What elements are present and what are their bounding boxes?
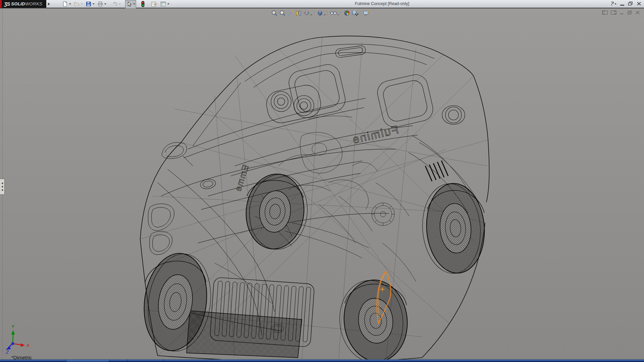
window-controls: ? bbox=[610, 0, 641, 8]
solidworks-window: ƷS SOLIDWORKS bbox=[0, 0, 644, 362]
z-axis-label: Z bbox=[6, 350, 9, 354]
chevron-down-icon[interactable] bbox=[104, 3, 106, 5]
select-button[interactable] bbox=[125, 0, 136, 8]
taskbar-separator bbox=[66, 360, 66, 362]
previous-view-button[interactable] bbox=[286, 9, 294, 17]
new-document-button[interactable] bbox=[61, 0, 72, 8]
close-document-button[interactable] bbox=[635, 10, 640, 16]
section-view-button[interactable] bbox=[294, 9, 303, 17]
minimize-document-icon bbox=[620, 10, 624, 15]
print-button[interactable] bbox=[96, 0, 107, 8]
x-axis-label: X bbox=[26, 343, 30, 348]
zoom-to-area-icon bbox=[279, 10, 286, 16]
undo-button[interactable] bbox=[111, 0, 122, 8]
restore-document-icon bbox=[627, 10, 632, 15]
edit-appearance-button[interactable] bbox=[343, 9, 351, 17]
rebuild-traffic-light-icon bbox=[141, 1, 145, 7]
wheel-rear-right bbox=[420, 181, 487, 275]
headsup-view-toolbar bbox=[270, 9, 370, 17]
zoom-to-fit-icon bbox=[271, 10, 278, 16]
model-badge-emme: Emme bbox=[232, 164, 251, 193]
graphics-viewport[interactable]: Fulmine Emme bbox=[0, 8, 644, 360]
zoom-to-fit-button[interactable] bbox=[270, 9, 278, 17]
close-button[interactable] bbox=[637, 1, 641, 7]
chevron-left-icon bbox=[1, 186, 3, 188]
section-view-icon bbox=[295, 10, 302, 16]
minimize-document-button[interactable] bbox=[620, 10, 624, 16]
chevron-down-icon[interactable] bbox=[324, 14, 326, 15]
featuremanager-pane-left-button[interactable] bbox=[602, 10, 608, 16]
chevron-down-icon[interactable] bbox=[69, 3, 71, 5]
taskbar-highlight bbox=[66, 360, 109, 362]
view-orientation-icon bbox=[303, 10, 310, 16]
model-badge-fulmine: Fulmine bbox=[351, 123, 400, 146]
view-settings-icon bbox=[363, 10, 370, 16]
options-icon bbox=[160, 1, 166, 7]
chevron-left-icon bbox=[1, 189, 3, 191]
file-properties-icon bbox=[151, 1, 157, 7]
chevron-down-icon[interactable] bbox=[93, 3, 95, 5]
document-window-controls bbox=[602, 10, 640, 16]
chevron-down-icon[interactable] bbox=[167, 3, 169, 5]
hide-show-items-icon bbox=[330, 10, 337, 16]
featuremanager-pane-right-button[interactable] bbox=[611, 10, 616, 16]
toolbar-separator bbox=[314, 11, 315, 16]
featuremanager-pane-left-icon bbox=[602, 10, 608, 15]
chevron-down-icon bbox=[119, 3, 121, 5]
solidworks-logo-works: WORKS bbox=[25, 1, 42, 6]
restore-document-button[interactable] bbox=[627, 10, 632, 16]
toolbar-separator bbox=[328, 11, 328, 16]
undo-icon bbox=[112, 1, 118, 7]
help-icon: ? bbox=[610, 1, 613, 6]
display-style-icon bbox=[317, 10, 323, 16]
toolbar-separator bbox=[360, 11, 361, 16]
y-axis-arrow bbox=[11, 330, 15, 335]
taskbar-separator bbox=[109, 360, 109, 362]
hide-show-items-button[interactable] bbox=[329, 9, 337, 17]
wheels bbox=[138, 171, 488, 360]
apply-scene-icon bbox=[352, 10, 359, 16]
close-icon bbox=[637, 2, 641, 6]
featuremanager-collapsed-tab[interactable] bbox=[0, 179, 5, 195]
open-button[interactable] bbox=[73, 0, 84, 8]
view-settings-button[interactable] bbox=[362, 9, 370, 17]
open-icon bbox=[74, 1, 80, 7]
help-button[interactable]: ? bbox=[610, 1, 616, 6]
restore-button[interactable] bbox=[628, 1, 633, 7]
rear-deck-details bbox=[264, 45, 465, 181]
standard-toolbar bbox=[61, 0, 171, 8]
options-button[interactable] bbox=[159, 0, 170, 8]
minimize-button[interactable] bbox=[620, 2, 624, 6]
chevron-down-icon bbox=[81, 3, 83, 5]
featuremanager-pane-right-icon bbox=[611, 10, 616, 15]
wheel-rear-left bbox=[243, 171, 311, 252]
menu-expand-arrow-icon[interactable] bbox=[48, 3, 50, 5]
file-properties-button[interactable] bbox=[150, 0, 158, 8]
y-axis-label: Y bbox=[11, 324, 15, 329]
zoom-to-area-button[interactable] bbox=[278, 9, 286, 17]
chevron-down-icon[interactable] bbox=[133, 3, 135, 5]
wheel-front-right bbox=[336, 277, 411, 360]
restore-icon bbox=[628, 1, 633, 6]
select-cursor-icon bbox=[126, 1, 132, 7]
close-document-icon bbox=[635, 10, 640, 15]
view-orientation-button[interactable] bbox=[303, 9, 311, 17]
chevron-left-icon bbox=[1, 182, 3, 184]
chevron-down-icon[interactable] bbox=[310, 14, 312, 15]
minimize-icon bbox=[620, 5, 624, 6]
reference-triad: Y X Z bbox=[2, 322, 34, 354]
solidworks-logo: ƷS SOLIDWORKS bbox=[2, 0, 46, 8]
apply-scene-button[interactable] bbox=[351, 9, 359, 17]
taskbar-separator bbox=[127, 360, 128, 362]
previous-view-icon bbox=[287, 10, 294, 16]
save-button[interactable] bbox=[85, 0, 96, 8]
display-style-button[interactable] bbox=[316, 9, 324, 17]
save-icon bbox=[86, 1, 92, 7]
titlebar: ƷS SOLIDWORKS bbox=[0, 0, 644, 8]
window-title: Fulmine Concept [Read-only] bbox=[355, 0, 409, 8]
chevron-down-icon[interactable] bbox=[337, 14, 339, 15]
wireframe-car-model: Fulmine Emme bbox=[0, 8, 644, 360]
rebuild-button[interactable] bbox=[140, 0, 146, 8]
chevron-down-icon[interactable] bbox=[614, 3, 616, 5]
taskbar-strip[interactable] bbox=[0, 359, 644, 362]
